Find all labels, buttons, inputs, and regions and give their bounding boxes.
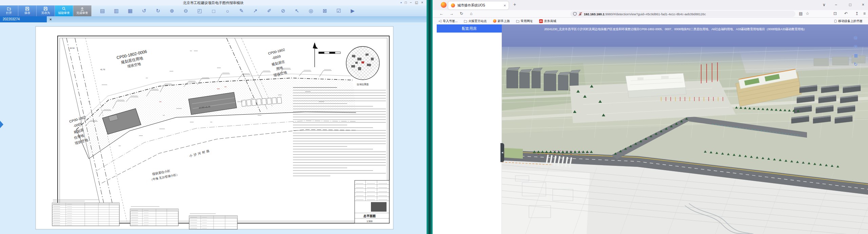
screenshot-icon[interactable]: ⊡	[833, 11, 837, 16]
theme-icon[interactable]: □	[405, 0, 407, 5]
menu-icon[interactable]: ≡	[863, 11, 866, 16]
firefox-icon	[493, 19, 496, 23]
shield-icon[interactable]	[573, 12, 577, 16]
viewport-toolbar: ⊕ ⊖ ▦ ↻	[854, 35, 858, 67]
tab-title: 城市操作系统UOS	[457, 3, 501, 8]
browser-tab-strip: 城市操作系统UOS × + ∨ − □ ×	[433, 0, 868, 10]
assist-review-button[interactable]: 辅助审查	[55, 5, 73, 16]
bookmarks-bar: 导入书签... 火狐官方站点 新手上路 常用网址 JD 京东商城 移动设备上的书…	[433, 18, 868, 24]
browser-window: 城市操作系统UOS × + ∨ − □ × ← → ↻ ⌂ 192.163.16…	[433, 0, 868, 234]
rotate-right-icon[interactable]: ↻	[155, 8, 161, 14]
certificate-icon[interactable]: ▥	[114, 8, 119, 14]
window-title: 北京市工程建设项目电子图件报审模块	[0, 0, 427, 5]
reset-view-icon[interactable]: ↻	[854, 62, 858, 67]
home-icon[interactable]: ⌂	[470, 11, 472, 16]
elevation-mark: 41.70	[100, 69, 105, 71]
clipboard-reject-icon[interactable]: ⊠	[322, 8, 328, 14]
phone-icon	[834, 19, 837, 23]
elevation-mark: 40.54	[70, 47, 75, 49]
select-tool-icon[interactable]: ↖	[294, 8, 300, 14]
maximize-button[interactable]: □	[849, 2, 851, 7]
folder-icon	[516, 20, 519, 23]
panel-collapse-handle[interactable]: ◀	[500, 143, 504, 162]
upload-icon	[80, 6, 84, 11]
indicator-table-2	[130, 209, 178, 226]
main-toolbar: 打开 保存 另存为 辅助审查 完成审查 ▤ ▥ ▦ ↺ ↻ ⊕ ⊖ ◰ □	[0, 5, 427, 16]
tab-close-icon[interactable]: ×	[50, 16, 52, 22]
bookmark-firefox-site[interactable]: 火狐官方站点	[464, 19, 487, 23]
reader-icon[interactable]: ▤	[799, 11, 803, 16]
video-icon[interactable]: ▶	[350, 8, 355, 14]
firefox-icon[interactable]	[441, 2, 447, 8]
page-header-band: 20241230_北京市昌平区小沙河村及周边地块棚户区改造和环境整治项目CP00…	[502, 24, 868, 47]
panel-expand-arrow-icon[interactable]	[0, 121, 3, 128]
title-block: 总平面图 1:500	[355, 180, 389, 223]
sheet-scale: 1:500	[367, 220, 373, 222]
bookmark-mobile[interactable]: 移动设备上的书签	[834, 18, 863, 24]
browser-nav-bar: ← → ↻ ⌂ 192.163.160.1:9980/#/detectionVi…	[433, 10, 868, 18]
restore-button[interactable]: ◱	[415, 0, 418, 5]
lock-insecure-icon[interactable]	[578, 12, 582, 16]
new-tab-button[interactable]: +	[513, 2, 516, 7]
document-icon[interactable]: ▤	[100, 8, 105, 14]
ellipse-tool-icon[interactable]: ○	[225, 8, 230, 14]
city-3d-viewport[interactable]	[502, 47, 868, 234]
magnifier-icon	[62, 6, 66, 11]
share-icon[interactable]: ↥	[855, 11, 859, 16]
save-button[interactable]: 保存	[18, 5, 37, 16]
minimize-button[interactable]: −	[410, 0, 412, 5]
indicator-table-3	[189, 216, 237, 229]
url-bar[interactable]: 192.163.160.1:9980/#/detectionView?guid=…	[570, 11, 795, 17]
scale-bar	[319, 52, 340, 54]
import-icon	[438, 20, 441, 23]
layers-icon[interactable]: ▦	[854, 53, 858, 58]
bookmark-star-icon[interactable]: ☆	[806, 11, 809, 16]
arrow-tool-icon[interactable]: ↗	[253, 8, 258, 14]
floppy-icon	[25, 6, 29, 11]
eraser-tool-icon[interactable]: ⊘	[280, 8, 286, 14]
bookmark-import[interactable]: 导入书签...	[438, 19, 458, 23]
browser-tab[interactable]: 城市操作系统UOS ×	[448, 1, 509, 9]
zoom-out-icon[interactable]: ⊖	[183, 8, 189, 14]
clipboard-approve-icon[interactable]: ☑	[336, 8, 341, 14]
cad-review-window: 北京市工程建设项目电子图件报审模块 ▪ □ − ◱ × 打开 保存 另存为 辅助…	[0, 0, 427, 234]
fit-view-icon[interactable]: ◰	[197, 8, 202, 14]
indicator-table-1	[52, 203, 119, 226]
panel-header-tab[interactable]: 配套用房	[437, 24, 502, 33]
jd-icon: JD	[539, 19, 543, 23]
marker-tool-icon[interactable]: ✐	[267, 8, 272, 14]
drawing-canvas[interactable]: CP00-1802-0006 规划居住用地 现状空地 CP00-1802 -00…	[0, 22, 427, 234]
forward-icon[interactable]: →	[450, 11, 454, 16]
close-button[interactable]: ×	[862, 2, 864, 7]
bookmark-getting-started[interactable]: 新手上路	[493, 19, 510, 23]
open-button[interactable]: 打开	[0, 5, 18, 16]
tab-close-icon[interactable]: ×	[504, 3, 506, 7]
bookmark-jd[interactable]: JD 京东商城	[539, 19, 556, 23]
pin-icon[interactable]: ▪	[400, 0, 402, 5]
document-tab[interactable]: 202203274	[0, 16, 47, 22]
review-search-icon[interactable]: ◎	[308, 8, 314, 14]
folder-open-icon	[7, 6, 11, 11]
save-as-button[interactable]: 另存为	[37, 5, 55, 16]
project-title: 20241230_北京市昌平区小沙河村及周边地块棚户区改造和环境整治项目CP00…	[544, 27, 807, 32]
list-tabs-chevron-icon[interactable]: ∨	[823, 2, 826, 7]
finish-review-button[interactable]: 完成审查	[73, 5, 92, 16]
rotate-left-icon[interactable]: ↺	[141, 8, 147, 14]
close-button[interactable]: ×	[421, 0, 423, 5]
pencil-tool-icon[interactable]: ✎	[239, 8, 244, 14]
reload-icon[interactable]: ↻	[460, 11, 463, 16]
rectangle-tool-icon[interactable]: □	[211, 8, 216, 14]
zoom-in-icon[interactable]: ⊕	[854, 35, 858, 40]
title-bar: 北京市工程建设项目电子图件报审模块 ▪ □ − ◱ ×	[0, 0, 427, 5]
back-icon[interactable]: ←	[439, 11, 443, 16]
calculator-icon[interactable]: ▦	[127, 8, 133, 14]
zoom-in-icon[interactable]: ⊕	[169, 8, 175, 14]
zoom-out-icon[interactable]: ⊖	[854, 44, 858, 49]
bookmark-common-sites[interactable]: 常用网址	[516, 19, 533, 23]
white-building	[626, 73, 686, 98]
favicon	[451, 3, 455, 7]
minimize-button[interactable]: −	[835, 2, 837, 7]
window-controls: ▪ □ − ◱ ×	[400, 0, 423, 5]
sheet-caption: 总平面图	[363, 214, 376, 218]
undo-icon[interactable]: ↶	[844, 11, 848, 16]
